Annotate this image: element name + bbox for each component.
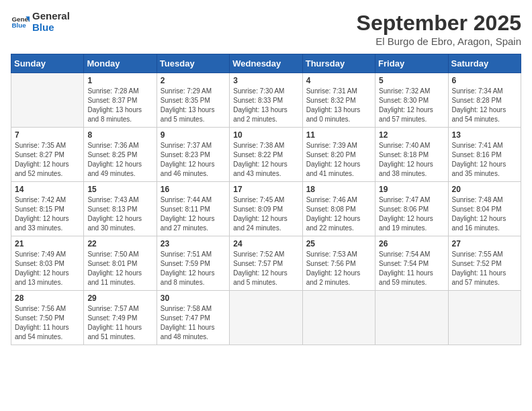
day-number: 28: [15, 293, 80, 303]
calendar-day-cell: 12Sunrise: 7:40 AM Sunset: 8:18 PM Dayli…: [375, 128, 448, 182]
day-info: Sunrise: 7:29 AM Sunset: 8:35 PM Dayligh…: [161, 87, 226, 124]
calendar-day-cell: 9Sunrise: 7:37 AM Sunset: 8:23 PM Daylig…: [157, 128, 229, 182]
day-info: Sunrise: 7:52 AM Sunset: 7:57 PM Dayligh…: [233, 250, 298, 287]
weekday-header: Wednesday: [230, 54, 302, 73]
day-number: 13: [452, 130, 517, 140]
calendar-week-row: 14Sunrise: 7:42 AM Sunset: 8:15 PM Dayli…: [11, 182, 521, 236]
calendar-day-cell: [11, 73, 84, 128]
weekday-header: Tuesday: [157, 54, 229, 73]
day-number: 21: [15, 239, 80, 248]
logo-line2: Blue: [32, 22, 70, 34]
weekday-header: Sunday: [11, 54, 84, 73]
day-info: Sunrise: 7:44 AM Sunset: 8:11 PM Dayligh…: [161, 195, 226, 233]
day-number: 18: [306, 185, 371, 194]
day-number: 14: [15, 185, 80, 194]
calendar-day-cell: 7Sunrise: 7:35 AM Sunset: 8:27 PM Daylig…: [11, 128, 84, 182]
day-number: 4: [306, 76, 371, 85]
calendar-day-cell: 3Sunrise: 7:30 AM Sunset: 8:33 PM Daylig…: [230, 73, 302, 128]
day-number: 15: [87, 185, 152, 194]
day-info: Sunrise: 7:41 AM Sunset: 8:16 PM Dayligh…: [452, 141, 517, 179]
day-number: 3: [233, 76, 298, 85]
day-info: Sunrise: 7:57 AM Sunset: 7:49 PM Dayligh…: [87, 304, 152, 342]
day-info: Sunrise: 7:56 AM Sunset: 7:50 PM Dayligh…: [15, 304, 80, 342]
day-number: 17: [233, 185, 298, 194]
day-info: Sunrise: 7:34 AM Sunset: 8:28 PM Dayligh…: [452, 87, 517, 124]
day-info: Sunrise: 7:47 AM Sunset: 8:06 PM Dayligh…: [379, 195, 444, 233]
subtitle: El Burgo de Ebro, Aragon, Spain: [357, 36, 521, 47]
day-info: Sunrise: 7:53 AM Sunset: 7:56 PM Dayligh…: [306, 250, 371, 287]
day-number: 16: [161, 185, 226, 194]
calendar-day-cell: 2Sunrise: 7:29 AM Sunset: 8:35 PM Daylig…: [157, 73, 229, 128]
day-number: 23: [161, 239, 226, 248]
day-info: Sunrise: 7:30 AM Sunset: 8:33 PM Dayligh…: [233, 87, 298, 124]
day-info: Sunrise: 7:54 AM Sunset: 7:54 PM Dayligh…: [379, 250, 444, 287]
calendar-day-cell: 19Sunrise: 7:47 AM Sunset: 8:06 PM Dayli…: [375, 182, 448, 236]
day-info: Sunrise: 7:43 AM Sunset: 8:13 PM Dayligh…: [87, 195, 152, 233]
calendar-day-cell: 28Sunrise: 7:56 AM Sunset: 7:50 PM Dayli…: [11, 291, 84, 345]
day-info: Sunrise: 7:37 AM Sunset: 8:23 PM Dayligh…: [161, 141, 226, 179]
day-number: 27: [452, 239, 517, 248]
calendar-header-row: SundayMondayTuesdayWednesdayThursdayFrid…: [11, 54, 521, 73]
day-info: Sunrise: 7:32 AM Sunset: 8:30 PM Dayligh…: [379, 87, 444, 124]
day-number: 30: [161, 293, 226, 303]
day-info: Sunrise: 7:50 AM Sunset: 8:01 PM Dayligh…: [87, 250, 152, 287]
calendar-day-cell: 15Sunrise: 7:43 AM Sunset: 8:13 PM Dayli…: [84, 182, 157, 236]
day-info: Sunrise: 7:46 AM Sunset: 8:08 PM Dayligh…: [306, 195, 371, 233]
day-number: 9: [161, 130, 226, 140]
calendar-day-cell: 5Sunrise: 7:32 AM Sunset: 8:30 PM Daylig…: [375, 73, 448, 128]
calendar-day-cell: 22Sunrise: 7:50 AM Sunset: 8:01 PM Dayli…: [84, 236, 157, 291]
day-info: Sunrise: 7:55 AM Sunset: 7:52 PM Dayligh…: [452, 250, 517, 287]
day-info: Sunrise: 7:49 AM Sunset: 8:03 PM Dayligh…: [15, 250, 80, 287]
day-number: 2: [161, 76, 226, 85]
weekday-header: Monday: [84, 54, 157, 73]
calendar-day-cell: 30Sunrise: 7:58 AM Sunset: 7:47 PM Dayli…: [157, 291, 229, 345]
weekday-header: Friday: [375, 54, 448, 73]
calendar-day-cell: [302, 291, 375, 345]
day-info: Sunrise: 7:36 AM Sunset: 8:25 PM Dayligh…: [87, 141, 152, 179]
calendar-week-row: 28Sunrise: 7:56 AM Sunset: 7:50 PM Dayli…: [11, 291, 521, 345]
calendar-day-cell: 11Sunrise: 7:39 AM Sunset: 8:20 PM Dayli…: [302, 128, 375, 182]
day-info: Sunrise: 7:40 AM Sunset: 8:18 PM Dayligh…: [379, 141, 444, 179]
calendar-day-cell: 13Sunrise: 7:41 AM Sunset: 8:16 PM Dayli…: [448, 128, 521, 182]
calendar-day-cell: 17Sunrise: 7:45 AM Sunset: 8:09 PM Dayli…: [230, 182, 302, 236]
logo-line1: General: [32, 11, 70, 22]
day-info: Sunrise: 7:58 AM Sunset: 7:47 PM Dayligh…: [161, 304, 226, 342]
weekday-header: Thursday: [302, 54, 375, 73]
day-info: Sunrise: 7:28 AM Sunset: 8:37 PM Dayligh…: [87, 87, 152, 124]
day-info: Sunrise: 7:38 AM Sunset: 8:22 PM Dayligh…: [233, 141, 298, 179]
day-number: 25: [306, 239, 371, 248]
day-number: 12: [379, 130, 444, 140]
svg-text:Blue: Blue: [11, 21, 26, 29]
weekday-header: Saturday: [448, 54, 521, 73]
day-info: Sunrise: 7:42 AM Sunset: 8:15 PM Dayligh…: [15, 195, 80, 233]
calendar-day-cell: [448, 291, 521, 345]
day-info: Sunrise: 7:35 AM Sunset: 8:27 PM Dayligh…: [15, 141, 80, 179]
calendar-day-cell: [375, 291, 448, 345]
day-number: 24: [233, 239, 298, 248]
calendar-day-cell: 24Sunrise: 7:52 AM Sunset: 7:57 PM Dayli…: [230, 236, 302, 291]
day-number: 8: [87, 130, 152, 140]
calendar-day-cell: 8Sunrise: 7:36 AM Sunset: 8:25 PM Daylig…: [84, 128, 157, 182]
day-number: 22: [87, 239, 152, 248]
day-number: 6: [452, 76, 517, 85]
calendar-day-cell: 21Sunrise: 7:49 AM Sunset: 8:03 PM Dayli…: [11, 236, 84, 291]
calendar-week-row: 7Sunrise: 7:35 AM Sunset: 8:27 PM Daylig…: [11, 128, 521, 182]
day-number: 10: [233, 130, 298, 140]
calendar-day-cell: 10Sunrise: 7:38 AM Sunset: 8:22 PM Dayli…: [230, 128, 302, 182]
day-info: Sunrise: 7:48 AM Sunset: 8:04 PM Dayligh…: [452, 195, 517, 233]
day-info: Sunrise: 7:51 AM Sunset: 7:59 PM Dayligh…: [161, 250, 226, 287]
day-number: 29: [87, 293, 152, 303]
day-info: Sunrise: 7:45 AM Sunset: 8:09 PM Dayligh…: [233, 195, 298, 233]
logo: General Blue General Blue: [11, 11, 70, 33]
day-info: Sunrise: 7:31 AM Sunset: 8:32 PM Dayligh…: [306, 87, 371, 124]
day-number: 20: [452, 185, 517, 194]
calendar-day-cell: 29Sunrise: 7:57 AM Sunset: 7:49 PM Dayli…: [84, 291, 157, 345]
calendar-week-row: 21Sunrise: 7:49 AM Sunset: 8:03 PM Dayli…: [11, 236, 521, 291]
header: General Blue General Blue September 2025…: [11, 11, 521, 47]
day-number: 1: [87, 76, 152, 85]
day-number: 7: [15, 130, 80, 140]
calendar-day-cell: 1Sunrise: 7:28 AM Sunset: 8:37 PM Daylig…: [84, 73, 157, 128]
calendar-day-cell: 25Sunrise: 7:53 AM Sunset: 7:56 PM Dayli…: [302, 236, 375, 291]
calendar-day-cell: [230, 291, 302, 345]
calendar-day-cell: 16Sunrise: 7:44 AM Sunset: 8:11 PM Dayli…: [157, 182, 229, 236]
